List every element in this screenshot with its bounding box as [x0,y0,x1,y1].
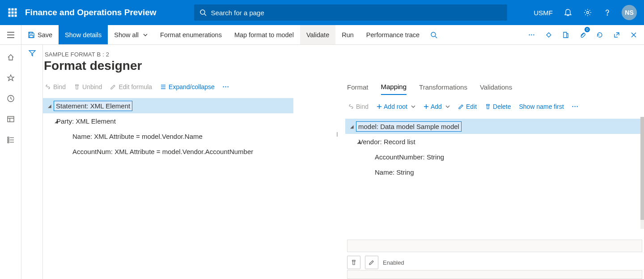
add-root-button[interactable]: Add root [377,103,415,110]
svg-point-18 [431,32,436,37]
splitter-handle[interactable]: || [336,131,337,137]
svg-line-10 [204,14,206,16]
show-all-button[interactable]: Show all [108,25,154,44]
edit-button[interactable]: Edit [458,103,477,110]
delete-button[interactable]: Delete [485,103,511,110]
more-commands-icon[interactable]: ··· [523,25,540,45]
breadcrumb: SAMPLE FORMAT B : 2 [43,51,644,58]
footer-edit-button[interactable] [365,256,378,269]
nav-rail [0,45,21,279]
mapping-toolbar-more-icon[interactable]: ··· [572,103,579,110]
search-box[interactable] [194,4,507,21]
search-input[interactable] [210,9,502,17]
tab-transformations[interactable]: Transformations [419,80,467,94]
show-name-first-label: Show name first [519,103,564,110]
svg-point-11 [587,12,589,14]
svg-rect-27 [8,139,9,141]
show-name-first-button[interactable]: Show name first [519,103,564,110]
format-enumerations-button[interactable]: Format enumerations [154,25,228,44]
favorites-icon[interactable] [2,69,20,87]
mapping-tree[interactable]: ◢ model: Data model Sample model ◢ Vendo… [345,117,644,180]
svg-rect-17 [30,35,33,38]
bind-button[interactable]: Bind [45,83,66,90]
close-icon[interactable] [625,25,642,45]
add-root-label: Add root [384,103,407,110]
page-options-icon[interactable] [557,25,574,45]
save-label: Save [38,31,52,39]
help-icon[interactable] [598,4,616,21]
recent-icon[interactable] [2,90,20,107]
show-details-button[interactable]: Show details [59,25,108,44]
refresh-icon[interactable] [591,25,608,45]
enabled-input[interactable] [347,270,642,279]
scrollbar[interactable] [640,117,644,229]
footer-delete-button[interactable] [347,256,360,269]
legal-entity[interactable]: USMF [530,9,558,17]
expand-collapse-button[interactable]: Expand/collapse [160,83,215,90]
svg-rect-26 [8,137,9,138]
app-launcher-icon[interactable] [4,4,21,21]
map-format-to-model-label: Map format to model [234,31,294,39]
nav-toggle-icon[interactable] [0,25,21,44]
popout-icon[interactable] [608,25,625,45]
tree-node-name[interactable]: Name: String [345,164,644,180]
svg-line-19 [435,36,437,38]
list-icon [160,84,166,90]
validate-button[interactable]: Validate [300,25,335,44]
format-toolbar-more-icon[interactable]: ··· [223,83,229,90]
mapping-panel: || Format Mapping Transformations Valida… [345,77,644,279]
tree-node-statement[interactable]: ◢ Statement: XML Element [43,98,293,113]
tree-node-party[interactable]: ◢ Party: XML Element [43,113,293,129]
svg-rect-5 [15,12,17,13]
tree-node-vendor[interactable]: ◢ Vendor: Record list [345,134,644,149]
workspaces-icon[interactable] [2,110,20,128]
tab-format[interactable]: Format [347,80,369,94]
tab-validations[interactable]: Validations [480,80,512,94]
topbar: Finance and Operations Preview USMF NS [0,0,644,25]
mapping-toolbar: Bind Add root Add Edit [345,96,644,117]
twisty-icon[interactable]: ◢ [46,119,55,124]
pencil-icon [110,84,116,90]
tree-node-label: Statement: XML Element [54,101,132,111]
modules-icon[interactable] [2,131,20,149]
twisty-icon[interactable]: ◢ [348,124,356,129]
tree-node-label: model: Data model Sample model [356,121,462,132]
show-details-label: Show details [65,31,102,39]
find-button[interactable] [426,25,442,44]
tree-node-model[interactable]: ◢ model: Data model Sample model [345,119,644,134]
user-avatar[interactable]: NS [622,5,637,20]
tree-node-accountnum-attr[interactable]: AccountNum: XML Attribute = model.Vendor… [43,144,293,159]
save-button[interactable]: Save [21,25,59,44]
tree-node-label: Name: XML Attribute = model.Vendor.Name [71,132,204,141]
edit-formula-label: Edit formula [119,83,152,90]
trash-icon [74,84,80,90]
tree-node-label: Name: String [373,167,416,177]
personalize-icon[interactable] [540,25,557,45]
tree-node-name-attr[interactable]: Name: XML Attribute = model.Vendor.Name [43,129,293,144]
run-button[interactable]: Run [335,25,360,44]
home-icon[interactable] [2,48,20,66]
map-format-to-model-button[interactable]: Map format to model [228,25,300,44]
edit-formula-button[interactable]: Edit formula [110,83,152,90]
twisty-icon[interactable]: ◢ [46,103,54,108]
attachments-icon[interactable]: 0 [574,25,591,45]
svg-rect-7 [12,15,13,17]
unbind-button[interactable]: Unbind [74,83,102,90]
tab-mapping[interactable]: Mapping [381,79,407,95]
svg-point-9 [200,10,205,14]
notifications-icon[interactable] [559,4,577,21]
bind-icon [45,84,51,90]
mapping-bind-button[interactable]: Bind [348,103,369,110]
add-button[interactable]: Add [424,103,450,110]
settings-icon[interactable] [579,4,597,21]
format-tree[interactable]: ◢ Statement: XML Element ◢ Party: XML El… [43,96,293,159]
twisty-icon[interactable]: ◢ [348,139,357,144]
performance-trace-button[interactable]: Performance trace [360,25,426,44]
performance-trace-label: Performance trace [366,31,419,39]
enabled-label: Enabled [383,259,404,266]
filter-pane-toggle[interactable] [21,45,43,279]
tree-node-accountnumber[interactable]: AccountNumber: String [345,149,644,164]
pencil-icon [458,103,464,110]
expand-collapse-label: Expand/collapse [169,83,215,90]
mapping-bind-label: Bind [356,103,369,110]
